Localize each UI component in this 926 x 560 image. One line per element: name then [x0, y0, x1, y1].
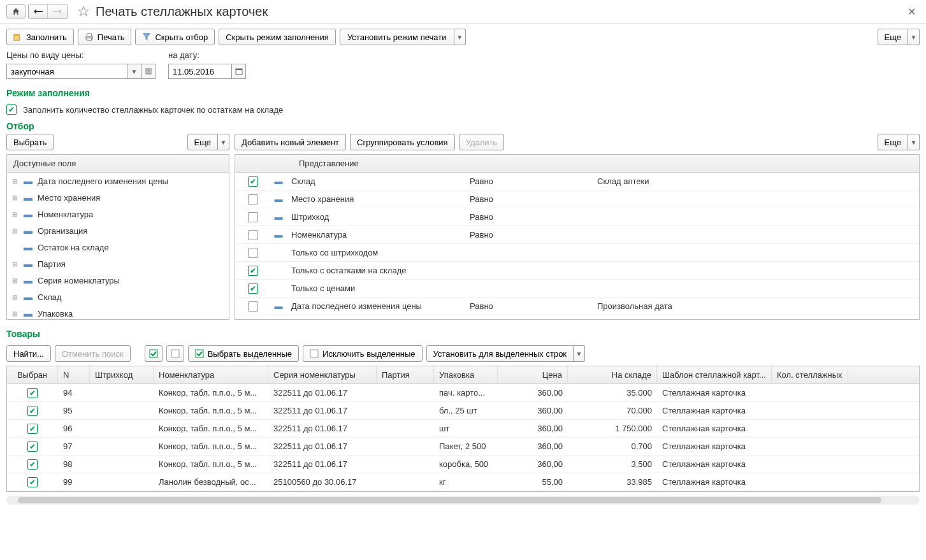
row-checkbox[interactable]: ✔ — [27, 442, 38, 452]
fill-mode-check-row: ✔ Заполнить количество стеллажных карточ… — [0, 101, 926, 118]
hide-filter-button[interactable]: Скрыть отбор — [135, 29, 215, 45]
expand-icon[interactable]: ⊞ — [12, 178, 18, 185]
filter-row[interactable]: Только со штрихкодом — [235, 244, 919, 262]
tree-item[interactable]: ▬Остаток на складе — [7, 239, 229, 255]
filter-row[interactable]: ✔ Только с остатками на складе — [235, 262, 919, 280]
forward-button[interactable] — [48, 4, 67, 18]
col-stock[interactable]: На складе — [568, 366, 657, 384]
print-button[interactable]: Печать — [78, 29, 132, 45]
tree-item[interactable]: ⊞▬Номенклатура — [7, 206, 229, 222]
filter-row-checkbox[interactable] — [248, 230, 258, 240]
filter-row-checkbox[interactable] — [248, 301, 258, 312]
hide-fill-mode-button[interactable]: Скрыть режим заполнения — [219, 29, 335, 45]
filter-left-more-button[interactable]: Еще — [187, 134, 218, 150]
filter-row-checkbox[interactable]: ✔ — [248, 176, 258, 187]
row-checkbox[interactable]: ✔ — [27, 477, 38, 487]
date-input[interactable] — [168, 64, 232, 79]
col-package[interactable]: Упаковка — [434, 366, 498, 384]
hide-fill-mode-label: Скрыть режим заполнения — [226, 32, 328, 42]
col-selected[interactable]: Выбран — [7, 366, 58, 384]
row-checkbox[interactable]: ✔ — [27, 388, 38, 398]
home-button[interactable] — [6, 4, 25, 18]
close-button[interactable]: ✕ — [904, 6, 920, 18]
goods-row[interactable]: ✔ 96 Конкор, табл. п.п.о., 5 м... 322511… — [7, 420, 919, 438]
col-template[interactable]: Шаблон стеллажной карт... — [657, 366, 772, 384]
goods-row[interactable]: ✔ 99 Ланолин безводный, ос... 25100560 д… — [7, 473, 919, 491]
filter-row[interactable]: ✔ Только с ценами — [235, 280, 919, 298]
filter-row-checkbox[interactable]: ✔ — [248, 266, 258, 276]
filter-left-more-drop[interactable]: ▼ — [218, 134, 229, 150]
select-marked-button[interactable]: Выбрать выделенные — [188, 345, 299, 362]
filter-row-checkbox[interactable] — [248, 212, 258, 222]
date-picker-icon[interactable] — [232, 64, 246, 79]
available-fields-body[interactable]: ⊞▬Дата последнего изменения цены⊞▬Место … — [7, 173, 229, 318]
select-marked-label: Выбрать выделенные — [208, 349, 292, 359]
expand-icon[interactable]: ⊞ — [12, 261, 18, 268]
filter-select-button[interactable]: Выбрать — [6, 134, 54, 150]
goods-row[interactable]: ✔ 95 Конкор, табл. п.п.о., 5 м... 322511… — [7, 402, 919, 420]
tree-item[interactable]: ⊞▬Место хранения — [7, 189, 229, 206]
tree-item[interactable]: ⊞▬Дата последнего изменения цены — [7, 173, 229, 189]
col-price[interactable]: Цена — [498, 366, 568, 384]
row-checkbox[interactable]: ✔ — [27, 459, 38, 470]
tree-item[interactable]: ⊞▬Партия — [7, 255, 229, 272]
filter-right-more-button[interactable]: Еще — [878, 134, 908, 150]
expand-icon[interactable]: ⊞ — [12, 211, 18, 218]
goods-row[interactable]: ✔ 97 Конкор, табл. п.п.о., 5 м... 322511… — [7, 438, 919, 456]
col-party[interactable]: Партия — [377, 366, 434, 384]
filter-row[interactable]: ▬ Дата последнего изменения цены Равно П… — [235, 298, 919, 315]
uncheck-all-icon[interactable] — [166, 345, 184, 362]
expand-icon[interactable]: ⊞ — [12, 294, 18, 301]
goods-row[interactable]: ✔ 98 Конкор, табл. п.п.о., 5 м... 322511… — [7, 456, 919, 473]
expand-icon[interactable]: ⊞ — [12, 194, 18, 201]
filter-delete-button[interactable]: Удалить — [459, 134, 505, 150]
expand-icon[interactable]: ⊞ — [12, 227, 18, 234]
filter-group-button[interactable]: Сгруппировать условия — [350, 134, 455, 150]
price-type-drop[interactable]: ▼ — [127, 64, 141, 79]
tree-item[interactable]: ⊞▬Склад — [7, 289, 229, 305]
check-all-icon[interactable] — [145, 345, 163, 362]
col-n[interactable]: N — [58, 366, 90, 384]
exclude-marked-button[interactable]: Исключить выделенные — [303, 345, 422, 362]
filter-row[interactable]: ▬ Номенклатура Равно — [235, 226, 919, 244]
goods-find-button[interactable]: Найти... — [6, 345, 51, 362]
tree-label: Организация — [38, 226, 87, 236]
filter-add-label: Добавить новый элемент — [242, 138, 339, 147]
filter-row[interactable]: ▬ Штрихкод Равно — [235, 208, 919, 226]
cell-package: шт — [434, 421, 498, 436]
expand-icon[interactable]: ⊞ — [12, 277, 18, 284]
tree-item[interactable]: ⊞▬Серия номенклатуры — [7, 272, 229, 289]
expand-icon[interactable]: ⊞ — [12, 310, 18, 317]
set-print-mode-drop[interactable]: ▼ — [454, 29, 466, 45]
tree-item[interactable]: ⊞▬Упаковка — [7, 305, 229, 318]
fill-button[interactable]: Заполнить — [6, 29, 74, 45]
filter-row[interactable]: ▬ Место хранения Равно — [235, 190, 919, 208]
col-barcode[interactable]: Штрихкод — [90, 366, 154, 384]
filter-row-checkbox[interactable] — [248, 248, 258, 258]
col-series[interactable]: Серия номенклатуры — [268, 366, 377, 384]
filter-row-checkbox[interactable]: ✔ — [248, 284, 258, 294]
filter-add-button[interactable]: Добавить новый элемент — [235, 134, 346, 150]
col-nomenclature[interactable]: Номенклатура — [154, 366, 268, 384]
favorite-icon[interactable] — [76, 4, 90, 18]
row-checkbox[interactable]: ✔ — [27, 424, 38, 434]
back-button[interactable] — [29, 4, 48, 18]
filter-row-checkbox[interactable] — [248, 194, 258, 205]
goods-cancel-find-button[interactable]: Отменить поиск — [55, 345, 131, 362]
set-for-marked-button[interactable]: Установить для выделенных строк — [426, 345, 574, 362]
filter-row[interactable]: ✔ ▬ Склад Равно Склад аптеки — [235, 173, 919, 190]
col-count[interactable]: Кол. стеллажных — [772, 366, 848, 384]
filter-right-more-drop[interactable]: ▼ — [908, 134, 920, 150]
price-type-input[interactable] — [6, 64, 127, 79]
horizontal-scrollbar[interactable] — [6, 496, 920, 505]
row-checkbox[interactable]: ✔ — [27, 406, 38, 416]
tree-item[interactable]: ⊞▬Организация — [7, 222, 229, 239]
filter-left-more-split: Еще ▼ — [187, 134, 229, 150]
more-button[interactable]: Еще — [878, 29, 908, 45]
price-type-open[interactable] — [141, 64, 156, 79]
set-print-mode-button[interactable]: Установить режим печати — [340, 29, 454, 45]
set-for-marked-drop[interactable]: ▼ — [574, 345, 585, 362]
goods-row[interactable]: ✔ 94 Конкор, табл. п.п.о., 5 м... 322511… — [7, 384, 919, 402]
fill-mode-checkbox[interactable]: ✔ — [6, 104, 17, 115]
more-drop[interactable]: ▼ — [908, 29, 920, 45]
